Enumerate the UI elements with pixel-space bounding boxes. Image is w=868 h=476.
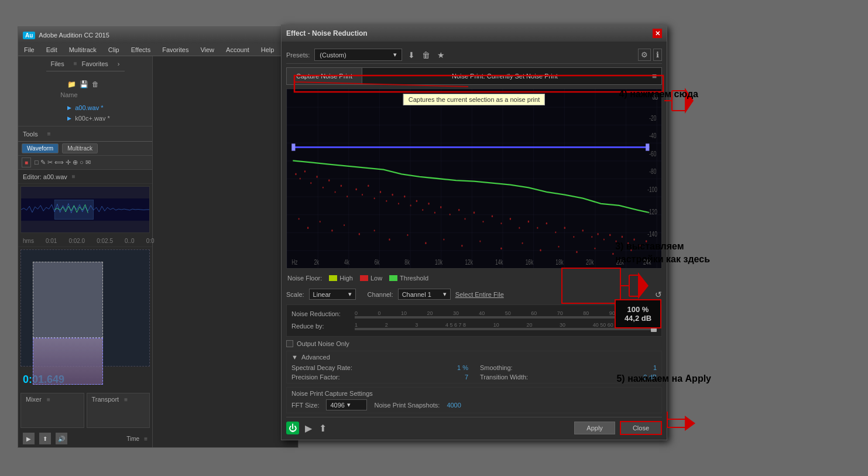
menu-help[interactable]: Help bbox=[259, 45, 277, 54]
audition-menubar[interactable]: File Edit Multitrack Clip Effects Favori… bbox=[18, 43, 298, 56]
delete-preset-button[interactable]: 🗑 bbox=[421, 49, 431, 61]
au-logo: Au bbox=[23, 32, 35, 39]
advanced-collapse-icon: ▼ bbox=[291, 354, 298, 361]
noise-reduction-slider[interactable] bbox=[355, 316, 644, 319]
menu-clip[interactable]: Clip bbox=[106, 45, 122, 54]
svg-point-20 bbox=[374, 197, 375, 199]
editor-menu-icon[interactable]: ≡ bbox=[72, 173, 76, 180]
svg-point-7 bbox=[295, 173, 296, 176]
play-controls: ▶ ⬆ 🔊 Time ≡ bbox=[18, 430, 152, 447]
menu-view[interactable]: View bbox=[198, 45, 217, 54]
svg-point-66 bbox=[407, 234, 408, 236]
channel-dropdown[interactable]: Channel 1 ▾ bbox=[398, 289, 451, 300]
dialog-titlebar: Effect - Noise Reduction ✕ bbox=[282, 25, 667, 42]
noise-print-menu-button[interactable]: ≡ bbox=[647, 68, 661, 84]
svg-point-71 bbox=[500, 248, 502, 250]
hamburger-icon[interactable]: ≡ bbox=[74, 60, 77, 67]
file-save-icon[interactable]: 💾 bbox=[80, 80, 88, 88]
file-delete-icon[interactable]: 🗑 bbox=[92, 80, 99, 88]
svg-point-25 bbox=[404, 196, 405, 198]
close-button[interactable]: Close bbox=[620, 421, 662, 435]
svg-point-21 bbox=[380, 191, 381, 193]
save-preset-button[interactable]: ⬇ bbox=[407, 49, 416, 61]
settings-icon-button[interactable]: ⚙ bbox=[638, 49, 651, 61]
transport-label: Transport bbox=[92, 396, 119, 403]
svg-point-47 bbox=[582, 230, 584, 232]
list-item[interactable]: ▶ a00.wav * bbox=[56, 102, 115, 113]
tools-icons[interactable]: □ ✎ ✂ ⟺ ✛ ⊕ ○ ✉ bbox=[35, 159, 91, 166]
mixer-menu-icon[interactable]: ≡ bbox=[47, 396, 50, 403]
svg-point-30 bbox=[434, 212, 435, 214]
apply-button[interactable]: Apply bbox=[574, 422, 615, 434]
menu-file[interactable]: File bbox=[22, 45, 37, 54]
svg-point-59 bbox=[307, 227, 308, 229]
menu-effects[interactable]: Effects bbox=[129, 45, 153, 54]
editor-filename: Editor: a00.wav bbox=[23, 173, 67, 180]
capture-noise-button[interactable]: Capture Noise Print bbox=[287, 68, 362, 84]
svg-point-68 bbox=[443, 239, 444, 241]
power-button[interactable]: ⏻ bbox=[286, 422, 299, 434]
list-item[interactable]: ▶ k00c+.wav * bbox=[56, 113, 115, 124]
presets-dropdown[interactable]: (Custom) ▾ bbox=[314, 49, 402, 61]
play-preview-button[interactable]: ▶ bbox=[304, 422, 313, 435]
advanced-header[interactable]: ▼ Advanced bbox=[291, 354, 657, 361]
output-noise-checkbox[interactable] bbox=[286, 340, 293, 347]
svg-text:20k: 20k bbox=[586, 258, 594, 266]
menu-multitrack[interactable]: Multitrack bbox=[67, 45, 99, 54]
transport-panel: Transport ≡ bbox=[87, 393, 150, 428]
svg-text:18k: 18k bbox=[555, 258, 564, 266]
volume-button[interactable]: 🔊 bbox=[56, 433, 67, 444]
favorites-tab[interactable]: Favorites bbox=[82, 60, 108, 67]
noise-floor-label: Noise Floor: bbox=[287, 275, 322, 282]
snapshots-value: 4000 bbox=[447, 402, 461, 409]
file-open-icon[interactable]: 📁 bbox=[67, 80, 76, 88]
scale-dropdown[interactable]: Linear ▾ bbox=[309, 289, 356, 300]
color-sel-icon[interactable]: ■ bbox=[22, 157, 31, 167]
waveform-btn[interactable]: Waveform bbox=[22, 143, 59, 153]
ruler-label-hms: hms bbox=[23, 238, 34, 244]
export-button[interactable]: ⬆ bbox=[39, 433, 51, 444]
expand-icon[interactable]: › bbox=[118, 60, 120, 67]
tools-menu-icon[interactable]: ≡ bbox=[47, 131, 51, 137]
svg-point-23 bbox=[392, 194, 393, 196]
transport-menu-icon[interactable]: ≡ bbox=[124, 396, 128, 403]
export-button[interactable]: ⬆ bbox=[318, 422, 328, 435]
dialog-close-button[interactable]: ✕ bbox=[653, 29, 662, 38]
svg-point-35 bbox=[474, 211, 475, 214]
snapshots-label: Noise Print Snapshots: bbox=[374, 402, 440, 409]
multitrack-btn[interactable]: Multitrack bbox=[62, 143, 98, 153]
svg-point-70 bbox=[479, 241, 481, 242]
capture-bar: Capture Noise Print Noise Print: Current… bbox=[286, 67, 662, 85]
select-entire-button[interactable]: Select Entire File bbox=[455, 291, 504, 298]
svg-point-40 bbox=[519, 227, 520, 229]
rb-tick: 10 bbox=[493, 322, 499, 328]
svg-point-26 bbox=[410, 204, 411, 206]
menu-edit[interactable]: Edit bbox=[44, 45, 60, 54]
dialog-title: Effect - Noise Reduction bbox=[286, 29, 368, 37]
advanced-grid: Spectral Decay Rate: 1 % Smoothing: 1 Pr… bbox=[291, 364, 657, 381]
svg-text:2k: 2k bbox=[314, 258, 319, 266]
svg-point-13 bbox=[328, 179, 330, 182]
reduce-by-label: Reduce by: bbox=[291, 323, 350, 330]
svg-text:-20: -20 bbox=[649, 114, 656, 122]
file-toolbar: 📁 💾 🗑 bbox=[56, 78, 115, 90]
svg-text:-100: -100 bbox=[647, 186, 657, 193]
value-percent: 100 % bbox=[624, 305, 652, 314]
selection-display bbox=[20, 249, 150, 367]
fft-dropdown[interactable]: 4096 ▾ bbox=[326, 399, 367, 410]
play-button[interactable]: ▶ bbox=[23, 433, 35, 444]
svg-point-65 bbox=[389, 238, 390, 241]
menu-account[interactable]: Account bbox=[224, 45, 252, 54]
noise-print-section-label: Noise Print Capture Settings bbox=[291, 390, 657, 397]
favorite-preset-button[interactable]: ★ bbox=[436, 49, 446, 61]
time-panel-icon[interactable]: ≡ bbox=[144, 436, 147, 442]
ruler-3: 0..0 bbox=[125, 238, 135, 244]
svg-rect-5 bbox=[291, 143, 295, 150]
menu-favorites[interactable]: Favorites bbox=[160, 45, 191, 54]
noise-print-label: Noise Print: Currently Set Noise Print bbox=[362, 73, 647, 80]
info-button[interactable]: ℹ bbox=[653, 49, 662, 61]
reduce-by-slider[interactable] bbox=[355, 328, 657, 330]
svg-point-53 bbox=[622, 236, 623, 238]
spectral-decay-value: 1 % bbox=[457, 364, 468, 371]
reset-button[interactable]: ↺ bbox=[655, 290, 662, 299]
